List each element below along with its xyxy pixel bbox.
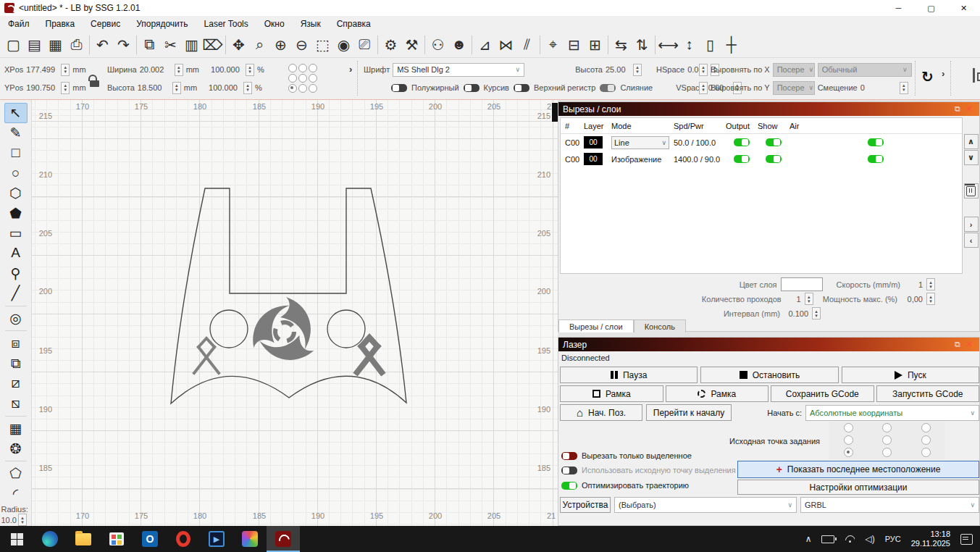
width-spinner[interactable] <box>175 64 183 76</box>
float-panel-icon[interactable]: ⧉ <box>952 104 963 114</box>
save-file-icon[interactable]: ▦ <box>45 34 66 56</box>
panel-right-arrow[interactable]: › <box>964 217 979 232</box>
menu-edit[interactable]: Правка <box>38 19 83 29</box>
open-file-icon[interactable]: ▤ <box>24 34 45 56</box>
align-x-spinner[interactable] <box>699 64 708 76</box>
ypos-spinner[interactable] <box>61 82 70 94</box>
mode-dropdown[interactable]: Line∨ <box>611 136 669 149</box>
cuts-panel-header[interactable]: Вырезы / слои ⧉ ✕ <box>558 102 979 116</box>
tool-bool-union[interactable]: ⧉ <box>4 354 28 374</box>
height-value[interactable]: 18.500 <box>138 83 169 92</box>
zoom-out-icon[interactable]: ⊖ <box>291 34 312 56</box>
menu-help[interactable]: Справка <box>329 19 379 29</box>
start-button[interactable] <box>0 526 33 552</box>
new-file-icon[interactable]: ▢ <box>3 34 24 56</box>
ribbon-chevron-icon[interactable]: › <box>942 68 945 79</box>
align-x-icon[interactable]: ⊟ <box>564 34 585 56</box>
pan-icon[interactable]: ✥ <box>228 34 249 56</box>
radius-spinner[interactable] <box>18 514 27 526</box>
taskbar-edge[interactable] <box>33 526 67 552</box>
start-button[interactable]: Пуск <box>842 367 979 383</box>
copy-icon[interactable]: ⧉ <box>139 34 160 56</box>
device-select-dropdown[interactable]: (Выбрать)∨ <box>614 497 797 513</box>
users-icon[interactable]: ⚇ <box>427 34 448 56</box>
tool-rectangle[interactable]: □ <box>4 143 28 163</box>
tab-cuts-layers[interactable]: Вырезы / слои <box>558 319 634 333</box>
layer-row-1[interactable]: C00 00 Line∨ 50.0 / 100.0 <box>561 134 962 151</box>
bold-toggle[interactable] <box>391 84 407 92</box>
distribute-v-icon[interactable]: ⇅ <box>632 34 653 56</box>
canvas[interactable]: 17017518018519019520020521 1701751801851… <box>32 100 558 526</box>
menu-arrange[interactable]: Упорядочить <box>128 19 196 29</box>
taskbar-outlook[interactable]: O <box>133 526 167 552</box>
tool-offset[interactable]: ◎ <box>4 308 28 328</box>
close-panel-icon[interactable]: ✕ <box>963 104 975 114</box>
panel-left-arrow[interactable]: ‹ <box>964 233 979 248</box>
layer-color-chip[interactable]: 00 <box>584 153 603 165</box>
battery-icon[interactable] <box>821 535 834 543</box>
show-toggle[interactable] <box>766 138 782 146</box>
tool-measure[interactable]: ╱ <box>4 283 28 304</box>
tool-position-marker[interactable]: ⚲ <box>4 263 28 283</box>
stop-button[interactable]: Остановить <box>700 367 838 383</box>
frame-circle-button[interactable]: Рамка <box>666 385 769 402</box>
zoom-in-icon[interactable]: ⊕ <box>270 34 291 56</box>
focus-icon[interactable]: ⌖ <box>543 34 564 56</box>
cut-icon[interactable]: ✂ <box>160 34 181 56</box>
uppercase-toggle[interactable] <box>514 84 529 92</box>
layer-color-box[interactable] <box>781 277 823 291</box>
zoom-to-page-icon[interactable]: ⌕ <box>249 34 270 56</box>
import-file-icon[interactable]: ⎙ <box>66 34 87 56</box>
menu-file[interactable]: Файл <box>0 19 38 29</box>
taskbar-explorer[interactable] <box>67 526 100 552</box>
speed-spinner[interactable] <box>926 278 935 290</box>
close-button[interactable]: ✕ <box>947 0 980 16</box>
preview-icon[interactable]: ⎚ <box>354 34 375 56</box>
volume-icon[interactable]: ◁) <box>865 534 874 544</box>
same-height-icon[interactable]: ↕ <box>679 34 700 56</box>
tool-grid-array[interactable]: ▦ <box>4 419 28 439</box>
anchor-grid[interactable] <box>288 64 317 93</box>
air-toggle[interactable] <box>868 155 884 163</box>
distribute-h-icon[interactable]: ⇆ <box>611 34 632 56</box>
mirror-diagonal-icon[interactable]: ⫽ <box>516 34 537 56</box>
interval-spinner[interactable] <box>812 307 821 319</box>
notification-center-icon[interactable] <box>960 534 973 545</box>
laser-head-icon[interactable] <box>971 68 980 83</box>
use-selection-origin-toggle[interactable] <box>561 467 577 474</box>
language-indicator[interactable]: РУС <box>885 535 901 543</box>
font-height-value[interactable]: 25.00 <box>606 65 630 74</box>
taskbar-video-app[interactable]: ▶ <box>200 526 233 552</box>
height-spinner[interactable] <box>172 82 181 94</box>
flip-vertical-icon[interactable]: ⊿ <box>474 34 495 56</box>
tab-console[interactable]: Консоль <box>634 319 686 333</box>
layer-up-button[interactable]: ∧ <box>964 134 979 149</box>
tool-draw[interactable]: ✎ <box>4 123 28 143</box>
tool-bool-intersect[interactable]: ⧅ <box>4 393 28 414</box>
tool-close-path[interactable]: ⬠ <box>4 464 28 484</box>
menu-language[interactable]: Язык <box>293 19 329 29</box>
xpos-spinner[interactable] <box>61 64 70 76</box>
offset-spinner[interactable] <box>900 82 908 94</box>
layer-down-button[interactable]: ∨ <box>964 150 979 165</box>
passes-spinner[interactable] <box>805 293 813 305</box>
tool-polygon[interactable]: ⬡ <box>4 183 28 204</box>
frame-rect-button[interactable]: Рамка <box>560 385 663 402</box>
show-toggle[interactable] <box>766 155 782 163</box>
flip-horizontal-icon[interactable]: ⋈ <box>495 34 516 56</box>
firmware-dropdown[interactable]: GRBL∨ <box>800 497 979 513</box>
italic-toggle[interactable] <box>464 84 479 92</box>
sync-icon[interactable]: ↻ <box>921 68 934 85</box>
scale-w-value[interactable]: 100.000 <box>211 65 243 74</box>
maximize-button[interactable]: ▢ <box>915 0 947 16</box>
scale-w-spinner[interactable] <box>246 64 254 76</box>
menu-service[interactable]: Сервис <box>83 19 128 29</box>
camera-icon[interactable]: ◉ <box>333 34 354 56</box>
show-last-position-button[interactable]: + Показать последнее местоположение <box>737 461 979 478</box>
job-origin-grid[interactable] <box>829 422 945 459</box>
align-y-icon[interactable]: ⊞ <box>585 34 606 56</box>
clock[interactable]: 13:18 29.11.2025 <box>911 530 950 548</box>
cut-selected-toggle[interactable] <box>561 452 577 460</box>
merge-toggle[interactable] <box>600 84 616 92</box>
menu-window[interactable]: Окно <box>256 19 293 29</box>
